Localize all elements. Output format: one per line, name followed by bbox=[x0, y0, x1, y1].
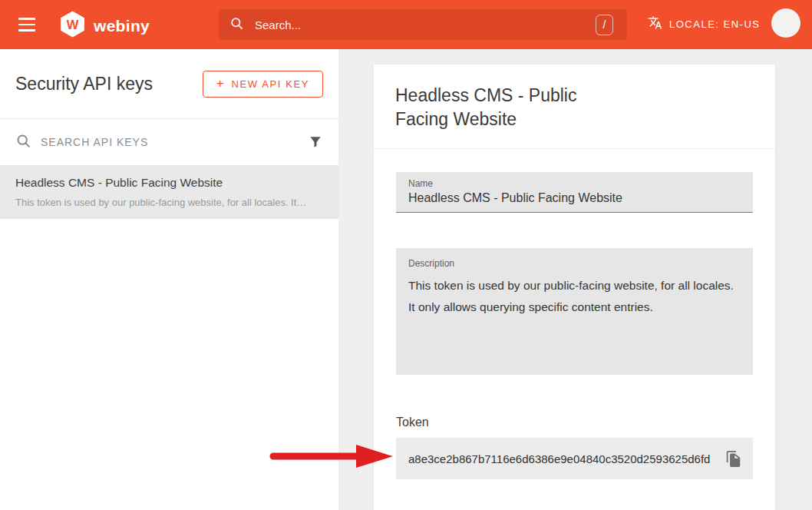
webiny-logo[interactable]: W webiny bbox=[58, 10, 150, 41]
search-icon bbox=[229, 16, 244, 34]
page-title: Security API keys bbox=[15, 74, 153, 94]
avatar[interactable] bbox=[771, 8, 800, 38]
api-keys-panel: Security API keys + NEW API KEY Headless… bbox=[0, 49, 338, 510]
svg-text:W: W bbox=[67, 18, 79, 31]
brand-name: webiny bbox=[94, 17, 150, 35]
description-field[interactable]: Description bbox=[396, 248, 753, 375]
description-input[interactable] bbox=[408, 275, 741, 366]
api-keys-search-input[interactable] bbox=[41, 136, 308, 148]
slash-shortcut-badge: / bbox=[596, 15, 613, 35]
locale-label: LOCALE: EN-US bbox=[669, 18, 760, 30]
translate-icon bbox=[648, 15, 662, 32]
list-item[interactable]: Headless CMS - Public Facing Website Thi… bbox=[0, 166, 338, 219]
name-field-label: Name bbox=[408, 178, 741, 189]
content-area: Headless CMS - Public Facing Website Nam… bbox=[338, 49, 812, 510]
annotation-arrow bbox=[267, 442, 396, 470]
locale-menu[interactable]: LOCALE: EN-US bbox=[648, 15, 760, 32]
top-app-bar: W webiny / LOCALE: EN-US bbox=[0, 0, 812, 49]
new-api-key-button[interactable]: + NEW API KEY bbox=[203, 71, 323, 98]
token-box: a8e3ce2b867b7116e6d6386e9e04840c3520d259… bbox=[396, 438, 753, 479]
api-keys-search bbox=[0, 119, 338, 166]
token-label: Token bbox=[396, 416, 753, 429]
token-value: a8e3ce2b867b7116e6d6386e9e04840c3520d259… bbox=[408, 452, 710, 465]
menu-button[interactable] bbox=[18, 16, 37, 33]
name-field[interactable]: Name bbox=[396, 172, 753, 213]
card-title: Headless CMS - Public Facing Website bbox=[395, 84, 626, 131]
card-body: Name Description Token a8e3ce2b867b7116e… bbox=[374, 149, 775, 502]
list-item-description: This token is used by our public-facing … bbox=[15, 197, 323, 208]
global-search[interactable]: / bbox=[219, 9, 627, 40]
global-search-input[interactable] bbox=[255, 18, 596, 31]
search-icon bbox=[15, 133, 31, 152]
new-api-key-label: NEW API KEY bbox=[232, 78, 309, 90]
copy-token-button[interactable] bbox=[725, 450, 741, 468]
api-key-details-card: Headless CMS - Public Facing Website Nam… bbox=[374, 65, 775, 510]
card-header: Headless CMS - Public Facing Website bbox=[374, 65, 775, 149]
webiny-hexagon-icon: W bbox=[58, 10, 87, 41]
list-item-title: Headless CMS - Public Facing Website bbox=[15, 176, 323, 190]
panel-header: Security API keys + NEW API KEY bbox=[0, 49, 338, 119]
description-field-label: Description bbox=[408, 258, 741, 269]
menu-icon bbox=[18, 18, 35, 20]
filter-icon bbox=[308, 141, 323, 152]
plus-icon: + bbox=[216, 76, 224, 91]
api-keys-list: Headless CMS - Public Facing Website Thi… bbox=[0, 166, 338, 219]
name-input[interactable] bbox=[408, 189, 741, 205]
copy-icon bbox=[725, 459, 741, 470]
filter-button[interactable] bbox=[308, 134, 323, 150]
